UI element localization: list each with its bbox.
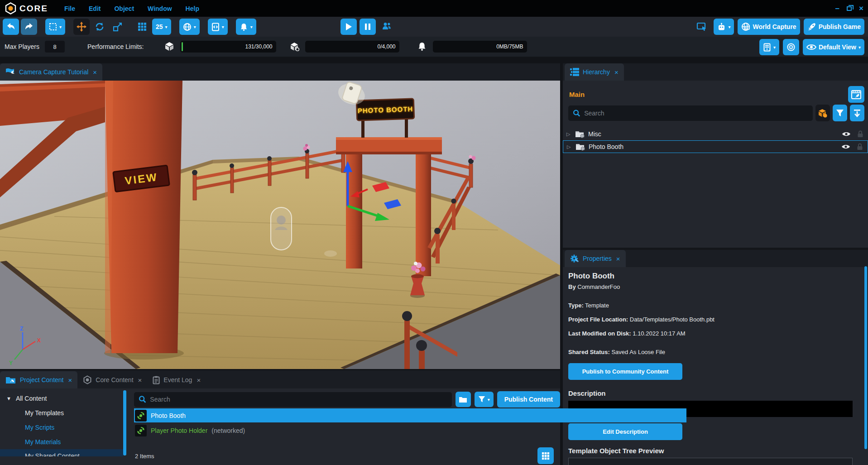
tree-item-my-materials[interactable]: My Materials <box>0 435 123 449</box>
core-content-icon <box>83 375 92 384</box>
tree-item-my-scripts[interactable]: My Scripts <box>0 420 123 435</box>
scale-tool-button[interactable] <box>110 19 126 35</box>
tab-project-content[interactable]: Project Content × <box>0 371 77 388</box>
properties-shared-status: Shared Status: Saved As Loose File <box>568 349 853 355</box>
content-search-input[interactable] <box>150 396 447 403</box>
rotate-tool-button[interactable] <box>91 19 108 35</box>
item-count: 2 Items <box>135 453 154 460</box>
view-mode-grid-button[interactable] <box>537 447 554 464</box>
minimize-button[interactable]: – <box>835 5 839 12</box>
close-core-content-tab-icon[interactable]: × <box>138 376 142 384</box>
publish-community-content-button[interactable]: Publish to Community Content <box>568 363 682 380</box>
scene-flag-icon <box>5 68 15 76</box>
terrain-dropdown[interactable]: ▾ <box>179 19 200 35</box>
snap-grid-button[interactable] <box>134 19 150 35</box>
close-viewport-tab-icon[interactable]: × <box>93 68 97 76</box>
bot-mode-dropdown[interactable]: ▾ <box>714 19 734 35</box>
save-dropdown[interactable]: ▾ <box>759 39 779 55</box>
tree-item-my-shared-content[interactable]: My Shared Content <box>0 449 123 456</box>
publish-content-button[interactable]: Publish Content <box>497 391 560 407</box>
play-button[interactable] <box>340 19 357 35</box>
visibility-eye-icon[interactable] <box>841 144 850 150</box>
hierarchy-filter-button[interactable] <box>833 105 847 121</box>
tab-camera-capture-tutorial[interactable]: Camera Capture Tutorial × <box>0 63 102 81</box>
content-list-area: ▾ Publish Content Photo Booth <box>129 388 560 465</box>
content-item-player-photo-holder[interactable]: Player Photo Holder (networked) <box>134 423 686 437</box>
tree-open-caret-icon[interactable]: ▼ <box>6 396 11 401</box>
close-hierarchy-tab-icon[interactable]: × <box>614 68 619 76</box>
visibility-eye-icon[interactable] <box>842 131 851 137</box>
hierarchy-row-photo-booth[interactable]: ▷ Photo Booth <box>563 140 868 153</box>
rocket-icon <box>807 22 816 31</box>
lock-icon[interactable] <box>857 143 863 150</box>
focus-target-button[interactable] <box>783 39 799 55</box>
tab-hierarchy[interactable]: Hierarchy × <box>565 63 624 81</box>
core-logo-text: CORE <box>19 4 48 14</box>
redo-icon <box>24 23 34 31</box>
pause-button[interactable] <box>360 19 376 35</box>
multiplayer-preview-button[interactable] <box>379 19 395 35</box>
scene-root-label[interactable]: Main <box>569 91 585 98</box>
menu-window[interactable]: Window <box>148 5 172 12</box>
objects-meter: 131/30,000 <box>180 41 276 53</box>
close-project-content-tab-icon[interactable]: × <box>68 376 72 384</box>
tree-item-my-templates[interactable]: My Templates <box>0 406 123 420</box>
menu-help[interactable]: Help <box>186 5 199 12</box>
close-button[interactable]: × <box>859 5 863 12</box>
objects-meter-icon <box>164 41 175 52</box>
hierarchy-search[interactable] <box>568 105 813 121</box>
tree-item-all-content[interactable]: ▼ All Content <box>0 391 123 406</box>
world-capture-button[interactable]: World Capture <box>738 19 800 35</box>
tab-event-log[interactable]: Event Log × <box>147 371 206 388</box>
expand-caret-icon[interactable]: ▷ <box>566 131 572 137</box>
close-event-log-tab-icon[interactable]: × <box>197 376 201 384</box>
clapperboard-rocket-icon <box>851 90 861 100</box>
hierarchy-panel: Main <box>563 81 868 248</box>
menu-object[interactable]: Object <box>114 5 134 12</box>
redo-button[interactable] <box>21 19 37 35</box>
close-properties-tab-icon[interactable]: × <box>616 255 620 263</box>
open-folder-button[interactable] <box>456 392 471 407</box>
menu-file[interactable]: File <box>64 5 75 12</box>
move-tool-button[interactable] <box>73 19 90 35</box>
default-view-dropdown[interactable]: Default View ▾ <box>803 39 864 55</box>
tree-scrollbar[interactable] <box>123 390 126 455</box>
target-icon <box>786 43 796 52</box>
tab-properties[interactable]: Properties × <box>565 250 626 267</box>
expand-caret-icon[interactable]: ▷ <box>567 144 572 150</box>
search-icon <box>139 395 146 403</box>
template-icon <box>136 426 145 435</box>
content-item-photo-booth[interactable]: Photo Booth <box>134 408 686 422</box>
restore-icon[interactable] <box>847 6 852 11</box>
tab-core-content[interactable]: Core Content × <box>77 371 147 388</box>
selection-mode-dropdown[interactable]: ▾ <box>45 19 65 35</box>
template-tree-preview-label: Template Object Tree Preview <box>568 447 853 455</box>
monitor-cursor-icon <box>696 22 707 32</box>
viewport-panel: Camera Capture Tutorial × <box>0 63 560 369</box>
script-dropdown[interactable]: ▾ <box>208 19 228 35</box>
screen-capture-button[interactable] <box>694 19 710 35</box>
max-players-input[interactable] <box>45 41 65 53</box>
viewport-canvas[interactable]: PHOTO BOOTH <box>0 81 560 369</box>
content-search[interactable] <box>134 392 452 407</box>
hierarchy-row-misc[interactable]: ▷ Misc <box>563 128 868 140</box>
content-filter-dropdown[interactable]: ▾ <box>475 392 494 407</box>
filter-icon <box>836 109 844 117</box>
properties-scrollbar[interactable] <box>864 266 867 449</box>
publish-game-button[interactable]: Publish Game <box>804 19 864 35</box>
pause-icon <box>364 23 371 30</box>
grid-size-dropdown[interactable]: 25 ▾ <box>152 19 171 35</box>
scene-capture-button[interactable] <box>848 86 864 103</box>
move-icon <box>77 22 86 32</box>
event-object-dropdown[interactable]: ▾ <box>236 19 256 35</box>
lock-icon[interactable] <box>857 130 863 138</box>
search-icon <box>573 109 580 117</box>
new-object-button[interactable] <box>815 105 830 121</box>
networked-meter-icon <box>289 41 300 52</box>
collapse-all-button[interactable] <box>850 105 864 121</box>
script-icon <box>211 23 220 31</box>
undo-button[interactable] <box>3 19 19 35</box>
menu-edit[interactable]: Edit <box>89 5 101 12</box>
hierarchy-search-input[interactable] <box>584 110 808 117</box>
world-capture-icon <box>741 22 750 31</box>
